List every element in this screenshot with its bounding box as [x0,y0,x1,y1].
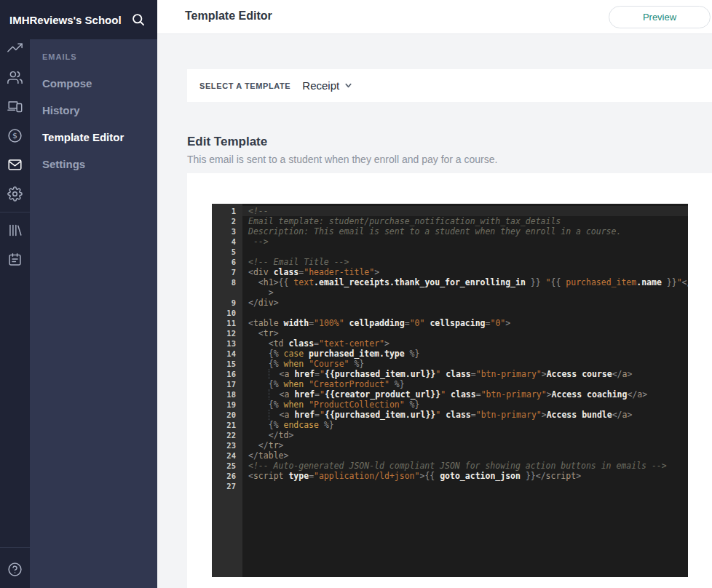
code-line[interactable]: 23 </tr> [212,440,688,450]
code-line[interactable]: 10 [212,308,688,318]
code-line[interactable]: 3Description: This email is sent to a st… [212,226,688,237]
rail-divider [0,547,30,548]
code-line[interactable]: > [212,287,688,298]
payments-icon[interactable]: $ [7,128,23,143]
code-line[interactable]: 7<div class="header-title"> [212,267,688,277]
line-number: 24 [212,450,242,461]
code-line[interactable]: 25<!-- Auto-generated JSON-ld compliant … [212,461,688,471]
code-line[interactable]: 27 [212,481,688,491]
page-title: Template Editor [185,9,272,23]
line-number: 2 [212,216,242,226]
sidebar-item-history[interactable]: History [30,97,157,124]
sidebar-item-compose[interactable]: Compose [30,70,157,97]
devices-icon[interactable] [7,99,23,114]
calendar-icon[interactable] [7,252,23,267]
code-text: </div> [242,298,688,308]
svg-text:$: $ [12,131,17,140]
line-number: 7 [212,267,242,277]
chevron-down-icon [344,82,352,90]
school-title: IMHReviews's School [0,14,122,26]
code-line[interactable]: 15 {% when "Course" %} [212,359,688,369]
code-text: <table width="100%" cellpadding="0" cell… [242,318,688,328]
line-number: 23 [212,440,242,450]
code-line[interactable]: 12 <tr> [212,328,688,338]
code-line[interactable]: 4 --> [212,237,688,247]
line-number: 4 [212,237,242,247]
template-dropdown[interactable]: Receipt [302,79,352,92]
code-text: {% endcase %} [242,420,688,430]
code-text [242,481,688,491]
edit-template-title: Edit Template [187,135,267,149]
sidebar-item-settings[interactable]: Settings [30,151,157,178]
emails-submenu: EMAILS ComposeHistoryTemplate EditorSett… [30,39,157,588]
line-number: 22 [212,430,242,440]
line-number: 9 [212,298,242,308]
submenu-section-label: EMAILS [30,39,157,70]
code-line[interactable]: 20 <a href="{{purchased_item.url}}" clas… [212,410,688,420]
preview-button[interactable]: Preview [609,6,711,28]
code-text: > [242,287,688,298]
edit-template-description: This email is sent to a student when the… [187,154,497,165]
line-number: 17 [212,379,242,389]
code-text: {% when "ProductCollection" %} [242,400,688,410]
code-editor[interactable]: 1<!--2Email template: student/purchase_n… [212,204,688,577]
line-number [212,287,242,298]
code-text: <a href="{{creator_product_url}}" class=… [242,389,688,400]
code-text: {% when "Course" %} [242,359,688,369]
code-line[interactable]: 6<!-- Email Title --> [212,257,688,267]
code-text: Email template: student/purchase_notific… [242,216,688,226]
code-line[interactable]: 2Email template: student/purchase_notifi… [212,216,688,226]
code-text: <td class="text-center"> [242,338,688,349]
line-number: 26 [212,471,242,481]
code-line[interactable]: 22 </td> [212,430,688,440]
code-line[interactable]: 1<!-- [212,206,688,216]
code-line[interactable]: 5 [212,247,688,257]
template-select-bar: SELECT A TEMPLATE Receipt [187,69,712,102]
line-number: 12 [212,328,242,338]
users-icon[interactable] [7,70,23,85]
code-text [242,308,688,318]
library-icon[interactable] [7,223,23,238]
code-line[interactable]: 13 <td class="text-center"> [212,338,688,349]
code-text: <a href="{{purchased_item.url}}" class="… [242,410,688,420]
code-line[interactable]: 9</div> [212,298,688,308]
code-text: </tr> [242,440,688,450]
code-text: </td> [242,430,688,440]
line-number: 25 [212,461,242,471]
line-number: 15 [212,359,242,369]
line-number: 13 [212,338,242,349]
code-line[interactable]: 8 <h1>{{ text.email_receipts.thank_you_f… [212,277,688,287]
code-line[interactable]: 17 {% when "CreatorProduct" %} [212,379,688,389]
code-text: <a href="{{purchased_item.url}}" class="… [242,369,688,379]
line-number: 20 [212,410,242,420]
main-content: Template Editor Preview SELECT A TEMPLAT… [157,0,712,588]
code-line[interactable]: 21 {% endcase %} [212,420,688,430]
code-line[interactable]: 19 {% when "ProductCollection" %} [212,400,688,410]
code-line[interactable]: 11<table width="100%" cellpadding="0" ce… [212,318,688,328]
code-line[interactable]: 16 <a href="{{purchased_item.url}}" clas… [212,369,688,379]
email-icon[interactable] [7,157,23,172]
app-window: $ IMHReviews's School EMAILS ComposeHist… [0,0,712,588]
code-text: <script type="application/ld+json">{{ go… [242,471,688,481]
code-text: <!-- Email Title --> [242,257,688,267]
line-number: 5 [212,247,242,257]
code-line[interactable]: 14 {% case purchased_item.type %} [212,349,688,359]
settings-gear-icon[interactable] [7,186,23,202]
line-number: 1 [212,206,242,216]
code-line[interactable]: 18 <a href="{{creator_product_url}}" cla… [212,389,688,400]
code-text: <tr> [242,328,688,338]
code-line[interactable]: 24</table> [212,450,688,461]
template-card: 1<!--2Email template: student/purchase_n… [187,173,712,588]
code-line[interactable]: 26<script type="application/ld+json">{{ … [212,471,688,481]
sidebar-item-template-editor[interactable]: Template Editor [30,124,157,151]
trending-up-icon[interactable] [7,40,23,55]
line-number: 6 [212,257,242,267]
search-icon[interactable] [131,12,146,27]
sidebar-items: ComposeHistoryTemplate EditorSettings [30,70,157,178]
icon-rail: $ [0,0,30,588]
code-text: <div class="header-title"> [242,267,688,277]
help-icon[interactable] [7,562,23,577]
rail-divider [0,212,30,212]
code-text: <h1>{{ text.email_receipts.thank_you_for… [242,277,688,287]
template-dropdown-value: Receipt [302,79,339,92]
